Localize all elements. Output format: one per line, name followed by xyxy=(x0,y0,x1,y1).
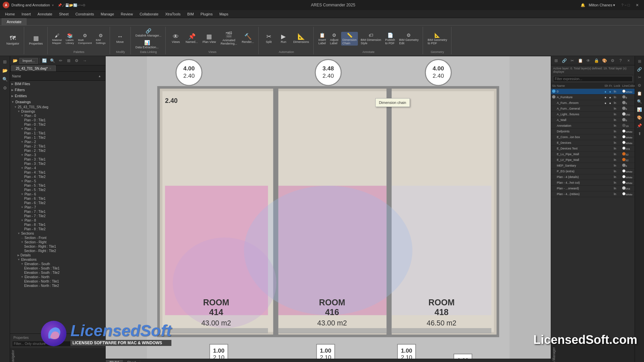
layers-tb-4[interactable]: 📋 xyxy=(577,57,584,64)
layer-row-conn-box[interactable]: E_Conn...ion box ln White xyxy=(551,134,635,140)
tree-plan-2-tile1[interactable]: Plan - 2 : Tile1 xyxy=(10,144,105,148)
tb-icon-edit[interactable]: ✏ xyxy=(57,57,64,64)
tb-icon-search[interactable]: 🔍 xyxy=(49,57,56,64)
menu-annotate[interactable]: Annotate xyxy=(34,11,56,17)
tree-plan-0-tile1[interactable]: Plan - 0 : Tile1 xyxy=(10,118,105,122)
close-button[interactable]: × xyxy=(633,2,641,8)
layers-tb-2[interactable]: 🔗 xyxy=(560,57,568,64)
tree-plan-7[interactable]: ▼Plan - 7 xyxy=(10,205,105,209)
r-icon-6[interactable]: 🔍 xyxy=(636,98,643,105)
menu-manage[interactable]: Manage xyxy=(97,11,117,17)
tree-section-front[interactable]: —Section - Front xyxy=(10,236,105,240)
canvas-tab-model[interactable]: Model xyxy=(106,360,123,362)
layer-row-lv-pipe[interactable]: E_LV_Pipe_Wall ln 32 xyxy=(551,157,635,163)
bim-nav-file-tab[interactable]: 25_43_T01_SN.dwg* × xyxy=(11,65,56,71)
tb-icon-close[interactable]: → xyxy=(81,57,89,64)
tree-elev-south-tile1[interactable]: Elevation - South : Tile1 xyxy=(10,266,105,270)
menu-home[interactable]: Home xyxy=(2,11,18,17)
layer-row-wall[interactable]: A_Wall ln 8 xyxy=(551,117,635,123)
tree-plan-2-tile2[interactable]: Plan - 2 : Tile2 xyxy=(10,148,105,153)
menu-plugins[interactable]: Plugins xyxy=(197,11,216,17)
layer-row-annotation[interactable]: Annotation ln 19 xyxy=(551,123,635,129)
drawings-section[interactable]: ▼ Drawings xyxy=(10,99,105,105)
tree-plan-3-tile2[interactable]: Plan - 3 : Tile2 xyxy=(10,162,105,166)
r-icon-1[interactable]: ⊞ xyxy=(636,58,643,65)
layers-tb-1[interactable]: ⊞ xyxy=(552,57,560,64)
ribbon-btn-dimensions[interactable]: 📐 Dimensions xyxy=(291,33,311,45)
ribbon-btn-move[interactable]: ↔ Move xyxy=(113,33,127,45)
tree-elev-south-tile2[interactable]: Elevation - South : Tile2 xyxy=(10,270,105,275)
tree-plan-6-tile1[interactable]: Plan - 6 : Tile1 xyxy=(10,196,105,201)
r-icon-8[interactable]: 🎨 xyxy=(636,114,643,121)
layer-row-plan4-ntities[interactable]: Plan - 4...(ntities) ln White xyxy=(551,191,635,197)
tree-section-right[interactable]: ▼Section - Right xyxy=(10,240,105,244)
tb-icon-refresh[interactable]: 🔄 xyxy=(41,57,48,64)
tree-item-dwg[interactable]: ▼ 25_43_T01_SN.dwg xyxy=(10,105,105,109)
ribbon-btn-run[interactable]: ▶ Run xyxy=(277,33,290,45)
tree-elev-north-tile2[interactable]: Elevation - North : Tile2 xyxy=(10,284,105,288)
nav-icon-3[interactable]: 🔍 xyxy=(1,75,9,83)
layers-tb-5[interactable]: 👁 xyxy=(585,57,592,64)
tree-elev-north-tile1[interactable]: Elevation - North : Tile1 xyxy=(10,279,105,284)
tree-elev-north[interactable]: ▼Elevation - North xyxy=(10,275,105,279)
tree-plan-8[interactable]: ▼Plan - 8 xyxy=(10,218,105,223)
ribbon-btn-views[interactable]: 👁 Views xyxy=(169,33,182,45)
layers-manager-label[interactable]: Layers Manager xyxy=(551,345,635,362)
tree-plan-3-tile1[interactable]: Plan - 3 : Tile1 xyxy=(10,157,105,162)
tree-elevations[interactable]: ▼Elevations xyxy=(10,257,105,262)
tree-item-drawings[interactable]: ▼ Drawings xyxy=(10,109,105,114)
import-button[interactable]: Import... xyxy=(19,58,38,64)
tree-section-right-tile1[interactable]: Section - Right : Tile1 xyxy=(10,244,105,249)
layer-filter-input[interactable] xyxy=(553,76,633,82)
tree-details[interactable]: ▶Details xyxy=(10,253,105,257)
layer-row-devices[interactable]: E_Devices ln White xyxy=(551,140,635,146)
r-icon-9[interactable]: 📌 xyxy=(636,122,643,129)
ribbon-btn-datalink-manager[interactable]: 🔗 Datalink Manager... xyxy=(134,27,163,38)
tree-plan-4[interactable]: ▼Plan - 4 xyxy=(10,166,105,170)
tree-plan-6-tile2[interactable]: Plan - 6 : Tile2 xyxy=(10,201,105,205)
tb-icon-filter[interactable]: ⊞ xyxy=(65,57,72,64)
tree-plan-1-tile2[interactable]: Plan - 1 : Tile2 xyxy=(10,135,105,140)
layer-row-furniture[interactable]: A_Furniture ● ● ln 8 xyxy=(551,95,635,100)
layer-row-light-fixtures[interactable]: A_Light...fixtures ln 250 xyxy=(551,112,635,117)
ribbon-btn-render[interactable]: 🔨 Render... xyxy=(240,33,256,45)
r-icon-2[interactable]: 🔗 xyxy=(636,66,643,73)
r-icon-3[interactable]: ✂ xyxy=(636,74,643,81)
tree-section-right-tile2[interactable]: Section - Right : Tile2 xyxy=(10,249,105,253)
r-icon-7[interactable]: 📊 xyxy=(636,106,643,113)
r-icon-10[interactable]: ⬆ xyxy=(636,130,643,137)
menu-sheet[interactable]: Sheet xyxy=(56,11,72,17)
tree-plan-5[interactable]: ▼Plan - 5 xyxy=(10,179,105,183)
ribbon-btn-bim-geometry-edit[interactable]: ⚙ BIM GeometryEdit xyxy=(398,32,420,46)
layer-row-devices-text[interactable]: E_Devices Text ln 231 xyxy=(551,146,635,152)
layers-tb-6[interactable]: 🔒 xyxy=(593,57,600,64)
layer-row-lu-pipe[interactable]: E_Lu_Pipe_Wall ln 32 xyxy=(551,152,635,157)
tree-sections[interactable]: ▼Sections xyxy=(10,231,105,236)
layer-row-plan-onward[interactable]: Plan - ...onward) ln 253 xyxy=(551,186,635,191)
nav-icon-2[interactable]: 📂 xyxy=(1,66,9,74)
r-icon-5[interactable]: 📋 xyxy=(636,90,643,97)
ribbon-tab-annotate[interactable]: Annotate xyxy=(2,18,26,25)
nav-icon-1[interactable]: ⊞ xyxy=(1,58,9,66)
ribbon-btn-split[interactable]: ✂ Split xyxy=(262,33,275,45)
tree-plan-8-tile1[interactable]: Plan - 8 : Tile1 xyxy=(10,223,105,227)
canvas-tab-sheet[interactable]: Sheet xyxy=(123,360,140,362)
tree-elev-south[interactable]: ▼Elevation - South xyxy=(10,262,105,266)
layers-tb-3[interactable]: ✂ xyxy=(569,57,576,64)
tree-plan-4-tile1[interactable]: Plan - 4 : Tile1 xyxy=(10,170,105,175)
notification-icon[interactable]: 🔔 xyxy=(581,3,585,7)
menu-xtratools[interactable]: XtraTools xyxy=(162,11,184,17)
layers-close[interactable]: × xyxy=(625,57,632,64)
ribbon-btn-bim-settings[interactable]: ⚙ BIMSettings xyxy=(95,32,107,45)
tree-plan-1[interactable]: ▼Plan - 1 xyxy=(10,127,105,131)
layer-row-furn-throom[interactable]: A_Furn...throom ● ● ln 8 xyxy=(551,100,635,106)
layer-row-furn-general[interactable]: A_Furn...General ln 8 xyxy=(551,106,635,112)
layer-row-plan4-hotcut[interactable]: Plan - 4...hot cut) ln White xyxy=(551,180,635,186)
nav-icon-4[interactable]: ⚙ xyxy=(1,84,9,92)
tree-plan-4-tile2[interactable]: Plan - 4 : Tile2 xyxy=(10,175,105,179)
tree-plan-6[interactable]: ▼Plan - 6 xyxy=(10,192,105,196)
bim-nav-side-label[interactable]: BIM Navigator xyxy=(10,348,105,362)
scroll-up-icon[interactable]: ▲ xyxy=(96,72,103,80)
tree-plan-5-tile2[interactable]: Plan - 5 : Tile2 xyxy=(10,188,105,192)
ribbon-btn-labels-library[interactable]: 📚 LabelsLibrary xyxy=(64,32,75,45)
